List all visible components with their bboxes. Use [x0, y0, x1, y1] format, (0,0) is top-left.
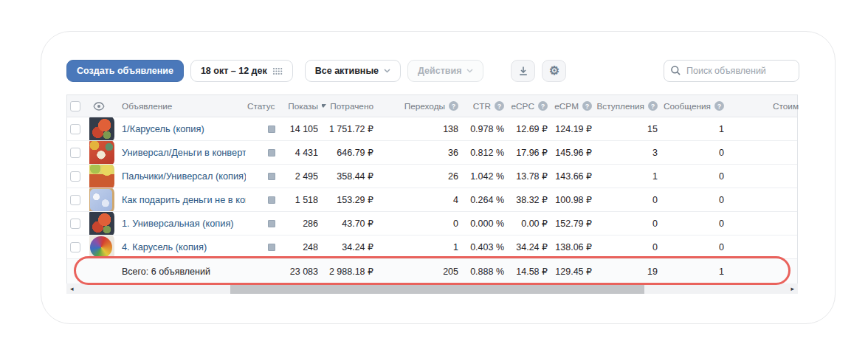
- status-stopped-icon: [268, 173, 275, 180]
- row-checkbox[interactable]: [70, 171, 80, 182]
- search-icon: [670, 65, 681, 76]
- chevron-down-icon: [384, 69, 390, 73]
- ecpc-cell: 17.96 ₽: [509, 141, 551, 164]
- table-row: 1/Карусель (копия) 14 105 1 751.72 ₽ 138…: [67, 117, 797, 141]
- ad-thumbnail: [89, 165, 114, 188]
- help-icon[interactable]: ?: [495, 101, 504, 111]
- messages-cell: 0: [661, 212, 727, 235]
- create-ad-button[interactable]: Создать объявление: [66, 60, 184, 82]
- clicks-cell: 36: [377, 141, 464, 164]
- ecpm-cell: 145.96 ₽: [551, 141, 596, 164]
- clicks-cell: 1: [377, 235, 464, 258]
- column-header-ad[interactable]: Объявление: [120, 95, 246, 117]
- shows-cell: 4 431: [289, 141, 322, 164]
- scroll-left-icon[interactable]: ◂: [68, 283, 77, 294]
- ad-thumbnail: [89, 188, 114, 211]
- scroll-right-icon[interactable]: ▸: [788, 283, 796, 294]
- chevron-down-icon: [466, 69, 473, 73]
- table-row: Универсал/Деньги в конверте (копия) 4 43…: [67, 141, 797, 165]
- ad-thumbnail: [89, 141, 114, 164]
- scrollbar-thumb[interactable]: [230, 283, 644, 294]
- ad-name-link[interactable]: 1. Универсальная (копия): [122, 218, 234, 229]
- search-box: [664, 60, 799, 82]
- column-header-ecpm[interactable]: eCPM ?: [551, 95, 596, 117]
- status-stopped-icon: [268, 244, 275, 251]
- export-button[interactable]: [511, 60, 535, 82]
- row-checkbox[interactable]: [70, 242, 80, 252]
- total-shows: 23 083: [289, 259, 322, 283]
- ads-manager-screen: Создать объявление 18 окт – 12 дек Все а…: [0, 0, 868, 361]
- toolbar: Создать объявление 18 окт – 12 дек Все а…: [66, 60, 566, 82]
- ecpm-cell: 143.66 ₽: [551, 165, 596, 188]
- column-header-clicks[interactable]: Переходы ?: [377, 95, 464, 117]
- column-header-status[interactable]: Статус: [246, 95, 289, 117]
- total-ecpm: 129.45 ₽: [551, 259, 596, 283]
- ecpc-cell: 12.69 ₽: [509, 117, 551, 140]
- row-checkbox[interactable]: [70, 148, 80, 158]
- actions-label: Действия: [418, 66, 461, 76]
- shows-cell: 248: [289, 235, 322, 258]
- total-ctr: 0.888 %: [464, 259, 509, 283]
- spent-cell: 1 751.72 ₽: [322, 117, 377, 140]
- ad-name-link[interactable]: Универсал/Деньги в конверте (копия): [122, 147, 246, 158]
- help-icon[interactable]: ?: [449, 101, 458, 111]
- messages-cell: 1: [661, 117, 727, 140]
- ad-name-link[interactable]: 1/Карусель (копия): [122, 123, 204, 134]
- ctr-cell: 0.000 %: [464, 212, 509, 235]
- shows-cell: 286: [289, 212, 322, 235]
- total-spent: 2 988.18 ₽: [322, 259, 377, 283]
- gear-icon: ⚙: [549, 65, 559, 77]
- ecpc-cell: 13.78 ₽: [509, 165, 551, 188]
- clicks-cell: 26: [377, 165, 464, 188]
- help-icon[interactable]: ?: [648, 101, 658, 111]
- total-ecpc: 14.58 ₽: [509, 259, 551, 283]
- column-header-cost[interactable]: Стоим: [727, 95, 799, 117]
- actions-dropdown[interactable]: Действия: [407, 60, 483, 82]
- date-range-button[interactable]: 18 окт – 12 дек: [190, 60, 293, 82]
- messages-cell: 0: [661, 188, 727, 211]
- ad-name-link[interactable]: Как подарить деньги не в конверте: [122, 194, 246, 205]
- column-header-spent[interactable]: Потрачено: [322, 95, 377, 117]
- joins-cell: 0: [596, 212, 661, 235]
- column-header-ecpc[interactable]: eCPC ?: [509, 95, 551, 117]
- ad-name-link[interactable]: Пальчики/Универсал (копия) (копия): [122, 171, 246, 182]
- ctr-cell: 1.042 %: [464, 165, 509, 188]
- table-total-row: Всего: 6 объявлений 23 083 2 988.18 ₽ 20…: [67, 259, 797, 283]
- column-header-messages[interactable]: Сообщения ?: [661, 95, 727, 117]
- shows-cell: 2 495: [289, 165, 322, 188]
- calendar-grid-icon: [272, 67, 283, 75]
- status-filter-dropdown[interactable]: Все активные: [305, 60, 401, 82]
- sort-desc-icon: [322, 104, 326, 108]
- status-stopped-icon: [268, 220, 275, 227]
- clicks-cell: 0: [377, 212, 464, 235]
- search-input[interactable]: [664, 60, 799, 82]
- ctr-cell: 0.403 %: [464, 235, 509, 258]
- joins-cell: 3: [596, 141, 661, 164]
- settings-button[interactable]: ⚙: [542, 60, 566, 82]
- row-checkbox[interactable]: [70, 195, 80, 205]
- spent-cell: 358.44 ₽: [322, 165, 377, 188]
- spent-cell: 43.70 ₽: [322, 212, 377, 235]
- table-row: Пальчики/Универсал (копия) (копия) 2 495…: [67, 165, 797, 188]
- column-header-shows[interactable]: Показы: [289, 95, 322, 117]
- messages-cell: 0: [661, 235, 727, 258]
- ad-name-link[interactable]: 4. Карусель (копия): [122, 241, 207, 252]
- eye-icon[interactable]: [93, 102, 105, 111]
- select-all-checkbox[interactable]: [70, 101, 80, 111]
- help-icon[interactable]: ?: [538, 101, 548, 111]
- ecpc-cell: 0.00 ₽: [509, 212, 551, 235]
- horizontal-scrollbar[interactable]: ◂ ▸: [66, 283, 798, 294]
- help-icon[interactable]: ?: [714, 101, 724, 111]
- row-checkbox[interactable]: [70, 219, 80, 229]
- clicks-cell: 138: [377, 117, 464, 140]
- spent-cell: 153.29 ₽: [322, 188, 377, 211]
- status-filter-label: Все активные: [315, 66, 379, 76]
- help-icon[interactable]: ?: [582, 101, 592, 111]
- ctr-cell: 0.812 %: [464, 141, 509, 164]
- row-checkbox[interactable]: [70, 124, 80, 134]
- column-header-ctr[interactable]: CTR ?: [464, 95, 509, 117]
- download-icon: [518, 66, 528, 76]
- column-header-joins[interactable]: Вступления ?: [596, 95, 661, 117]
- status-stopped-icon: [268, 196, 275, 204]
- table-row: 1. Универсальная (копия) 286 43.70 ₽ 0 0…: [67, 212, 797, 235]
